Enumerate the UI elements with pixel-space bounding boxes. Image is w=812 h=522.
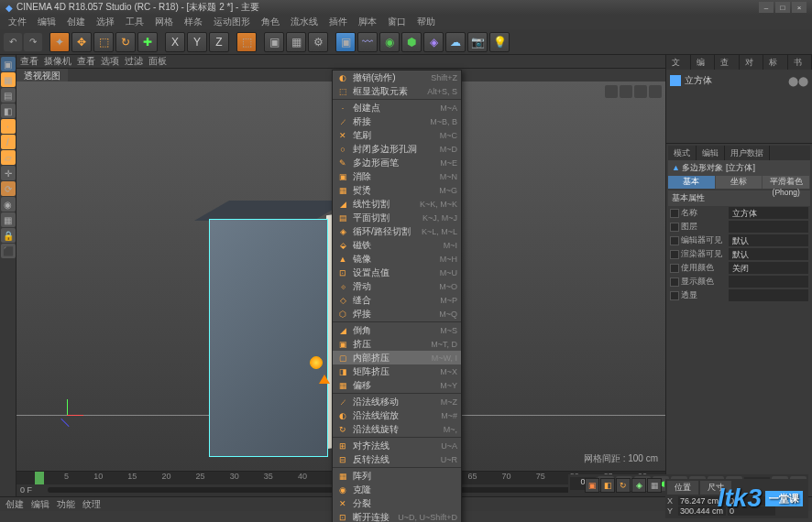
select-tool[interactable]: ✦ (49, 32, 70, 52)
menu-网格[interactable]: 网格 (150, 15, 178, 29)
key-rot[interactable]: ↻ (616, 478, 631, 493)
axis-y-toggle[interactable]: Y (187, 32, 207, 52)
ctx-循环/路径切割[interactable]: ◈循环/路径切割K~L, M~L (333, 224, 461, 238)
rp-tab-标签[interactable]: 标签 (763, 55, 788, 70)
axis-z-toggle[interactable]: Z (209, 32, 229, 52)
menu-帮助[interactable]: 帮助 (412, 15, 440, 29)
ctx-框显选取元素[interactable]: ⬚框显选取元素Alt+S, S (333, 84, 461, 98)
attr-value[interactable]: 立方体 (729, 207, 808, 219)
playhead[interactable] (35, 472, 44, 484)
point-mode[interactable]: · (1, 119, 16, 134)
model-mode[interactable]: ▦ (1, 72, 16, 87)
ctx-焊接[interactable]: ⬡焊接M~Q (333, 307, 461, 321)
ctx-偏移[interactable]: ▦偏移M~Y (333, 378, 461, 392)
viewport-tab[interactable]: 透视视图 (16, 69, 68, 82)
attr-cb[interactable] (670, 223, 679, 232)
render-settings[interactable]: ⚙ (308, 32, 328, 52)
scale-tool[interactable]: ⬚ (93, 32, 114, 52)
ctx-缝合[interactable]: ◇缝合M~P (333, 293, 461, 307)
ctx-断开连接[interactable]: ⊡断开连接U~D, U~Shift+D (333, 510, 461, 522)
deformer[interactable]: ◈ (423, 32, 444, 52)
bb-创建[interactable]: 创建 (5, 498, 24, 511)
ctx-滑动[interactable]: ⟐滑动M~O (333, 279, 461, 293)
attr-mode-用户数据[interactable]: 用户数据 (725, 146, 770, 160)
menu-窗口[interactable]: 窗口 (383, 15, 411, 29)
coord-tab-位置[interactable]: 位置 (667, 481, 698, 495)
attr-cb[interactable] (670, 264, 679, 273)
vp-menu-选项[interactable]: 选项 (101, 55, 119, 68)
ctx-倒角[interactable]: ◢倒角M~S (333, 323, 461, 337)
ctx-反转法线[interactable]: ⊟反转法线U~R (333, 452, 461, 466)
attr-cb[interactable] (670, 209, 679, 218)
key-pos[interactable]: ▣ (585, 478, 599, 493)
tweak-mode[interactable]: ⟳ (1, 181, 16, 196)
object-tree[interactable]: 立方体 ⬤⬤ (666, 70, 812, 143)
attr-value[interactable] (729, 289, 808, 301)
edge-mode[interactable]: / (1, 135, 16, 149)
render-region[interactable]: ▦ (286, 32, 306, 52)
last-tool[interactable]: ✚ (137, 32, 158, 52)
attr-value[interactable]: 默认 (729, 248, 808, 260)
ctx-矩阵挤压[interactable]: ◨矩阵挤压M~X (333, 364, 461, 378)
menu-角色[interactable]: 角色 (257, 15, 284, 29)
key-scale[interactable]: ◧ (600, 478, 615, 493)
menu-插件[interactable]: 插件 (324, 15, 352, 29)
ctx-镜像[interactable]: ▲镜像M~H (333, 252, 461, 266)
visibility-dots[interactable]: ⬤⬤ (788, 76, 808, 86)
attr-mode-模式[interactable]: 模式 (668, 146, 697, 160)
ctx-创建点[interactable]: ·创建点M~A (333, 101, 461, 114)
ctx-阵列[interactable]: ▦阵列 (333, 469, 461, 483)
environment[interactable]: ☁ (445, 32, 466, 52)
spline-primitive[interactable]: 〰 (357, 32, 378, 52)
generator-2[interactable]: ⬢ (401, 32, 422, 52)
attr-tab-0[interactable]: 基本 (668, 176, 716, 189)
attr-value[interactable]: 默认 (729, 234, 808, 246)
ctx-对齐法线[interactable]: ⊞对齐法线U~A (333, 439, 461, 452)
ctx-消除[interactable]: ▣消除M~N (333, 169, 461, 183)
workplane-mode[interactable]: ◧ (1, 103, 16, 118)
maximize-button[interactable]: □ (775, 2, 790, 13)
vp-menu-查看[interactable]: 查看 (77, 55, 95, 68)
polygon-mode[interactable]: ▱ (1, 150, 16, 165)
menu-样条[interactable]: 样条 (180, 15, 207, 29)
bb-纹理[interactable]: 纹理 (82, 498, 101, 511)
key-param[interactable]: ◈ (631, 478, 646, 493)
ctx-桥接[interactable]: ⟋桥接M~B, B (333, 114, 461, 128)
texture-mode[interactable]: ▤ (1, 88, 16, 103)
light[interactable]: 💡 (489, 32, 510, 52)
object-item-cube[interactable]: 立方体 ⬤⬤ (670, 73, 808, 88)
vp-menu-摄像机[interactable]: 摄像机 (44, 55, 71, 68)
vp-menu-面板[interactable]: 面板 (148, 55, 167, 68)
menu-运动图形[interactable]: 运动图形 (209, 15, 255, 29)
camera[interactable]: 📷 (467, 32, 488, 52)
ctx-封闭多边形孔洞[interactable]: ○封闭多边形孔洞M~D (333, 142, 461, 156)
axis-mode[interactable]: ✛ (1, 166, 16, 180)
make-editable[interactable]: ▣ (1, 57, 16, 71)
attr-tab-2[interactable]: 平滑着色(Phong) (763, 176, 810, 189)
attr-mode-编辑[interactable]: 编辑 (697, 146, 725, 160)
ctx-线性切割[interactable]: ◢线性切割K~K, M~K (333, 197, 461, 211)
attr-cb[interactable] (670, 291, 679, 300)
menu-选择[interactable]: 选择 (92, 15, 119, 29)
attr-cb[interactable] (670, 250, 679, 259)
rp-tab-对象[interactable]: 对象 (740, 55, 764, 70)
axis-x-toggle[interactable]: X (165, 32, 185, 52)
ctx-熨烫[interactable]: ▦熨烫M~G (333, 183, 461, 197)
ctx-平面切割[interactable]: ▤平面切割K~J, M~J (333, 211, 461, 224)
workplane-snap[interactable]: ▦ (1, 212, 16, 227)
ctx-设置点值[interactable]: ⊡设置点值M~U (333, 266, 461, 279)
bb-功能[interactable]: 功能 (57, 498, 75, 511)
vp-zoom-icon[interactable] (620, 85, 632, 98)
menu-工具[interactable]: 工具 (121, 15, 148, 29)
move-tool[interactable]: ✥ (71, 32, 92, 52)
ctx-沿法线缩放[interactable]: ◐沿法线缩放M~# (333, 408, 461, 422)
attr-tab-1[interactable]: 坐标 (716, 176, 763, 189)
locked-workplane[interactable]: 🔒 (1, 228, 16, 243)
ctx-撤销(动作)[interactable]: ◐撤销(动作)Shift+Z (333, 71, 461, 84)
minimize-button[interactable]: – (759, 2, 774, 13)
ctx-内部挤压[interactable]: ▢内部挤压M~W, I (333, 351, 461, 364)
vp-menu-过滤[interactable]: 过滤 (125, 55, 143, 68)
rp-tab-书签[interactable]: 书签 (788, 55, 813, 70)
menu-脚本[interactable]: 脚本 (354, 15, 381, 29)
attr-cb[interactable] (670, 277, 679, 287)
